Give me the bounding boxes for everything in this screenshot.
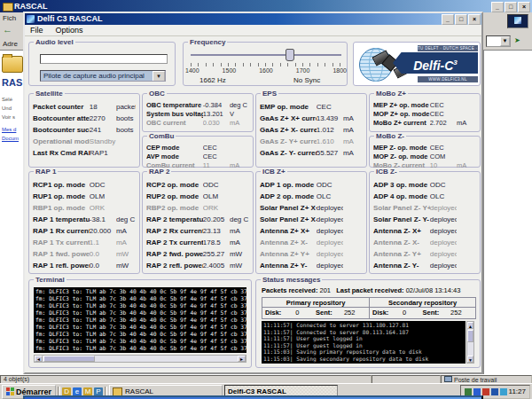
mobo1-title: MoBo Z+ (374, 90, 408, 98)
sidebar-link-mes-documents[interactable]: Mes d (2, 127, 16, 132)
close-icon[interactable]: × (518, 2, 530, 12)
terminal-hscrollbar[interactable]: ◄ ► (34, 355, 246, 363)
folder-icon (113, 387, 122, 396)
maximize-icon[interactable]: □ (455, 14, 467, 25)
status-log-vscrollbar[interactable]: ▲ ▼ (466, 321, 474, 364)
frequency-tick-labels: 14001500160017001800 (185, 67, 347, 74)
back-arrow-icon[interactable]: ← (3, 24, 12, 35)
sync-status: No Sync (293, 76, 320, 84)
address-label: Adre (3, 40, 18, 48)
terminal-output[interactable]: fm: DLFIC3 to: TLM ab 7c 3b 40 4b 40 0c … (34, 287, 246, 353)
display-icon[interactable] (473, 388, 481, 395)
telemetry-row: RUP1 op. modeOLM (29, 191, 139, 202)
telemetry-row: Antenna Z+ Y+deployed (256, 248, 366, 260)
telemetry-row: MoBo Z+ current2.702mA (370, 119, 480, 128)
telemetry-row: GaAs Z- Y- current55.527mA (256, 147, 366, 159)
maximize-icon[interactable]: □ (505, 2, 517, 12)
audio-level-group: Audio level Pilote de capture audio prin… (28, 42, 176, 86)
telemetry-row: Antenna Z+ X+deployed (256, 225, 366, 237)
mobo-zminus-panel: MoBo Z-MEP Z- op. modeCECMOP Z- op. mode… (369, 136, 481, 168)
sidebar-link-documents[interactable]: Docum (2, 136, 19, 141)
scroll-up-icon[interactable]: ▲ (467, 322, 473, 329)
sidebar-text: Voir s (2, 114, 15, 120)
icb2-title: ICB Z- (374, 168, 399, 176)
telemetry-row: Solar Panel Z+ X+deployed (256, 202, 366, 214)
mobo2-title: MoBo Z- (374, 132, 406, 140)
status-log[interactable]: 11:11:57| Connected to server 131.180.12… (262, 321, 466, 364)
app-icon (224, 395, 338, 399)
telemetry-row: ADP 3 op. modeODC (370, 179, 480, 191)
background-window-titlebar[interactable]: RASCAL _ □ × (0, 0, 532, 12)
secondary-repository: Secondary repository Disk:0 Sent:252 (369, 298, 475, 318)
telemetry-row: Solar Panel Z- Y-deployed (370, 214, 480, 225)
outlook-icon[interactable]: M (83, 387, 92, 396)
tick-label: 1700 (296, 67, 310, 74)
close-icon[interactable]: × (468, 14, 481, 25)
taskbar: Démarrer DeMP RASCALDelfi-C3 RASCAL 11:2… (0, 383, 532, 399)
sidebar-folder-name: RAS (2, 77, 22, 88)
tick-label: 1600 (259, 67, 273, 74)
menu-file[interactable]: File (25, 25, 49, 35)
scroll-down-icon[interactable]: ▼ (467, 356, 473, 363)
frequency-slider-knob[interactable] (286, 49, 294, 61)
audio-level-title: Audio level (34, 38, 75, 46)
network-icon[interactable] (482, 388, 489, 395)
quick-launch: DeMP (62, 387, 103, 396)
folder-icon (3, 3, 13, 12)
ie-icon[interactable]: e (73, 387, 82, 396)
globe-icon[interactable] (500, 388, 507, 395)
chevron-down-icon[interactable]: ▼ (500, 36, 510, 46)
terminal-group: Terminal fm: DLFIC3 to: TLM ab 7c 3b 40 … (28, 279, 252, 368)
packets-received-value: 201 (319, 286, 331, 294)
scroll-thumb[interactable] (43, 356, 95, 362)
show-desktop-icon[interactable]: D (62, 387, 71, 396)
telemetry-row: Antenna Z- Y+deployed (370, 248, 480, 260)
media-player-icon[interactable]: P (94, 387, 103, 396)
tick-label: 1400 (185, 67, 200, 74)
delfi-rascal-window: Delfi C3 RASCAL _ □ × File Options Audio… (23, 12, 483, 374)
obc-panel: OBCOBC temperature-0.384deg CSystem bus … (142, 93, 254, 132)
telemetry-row: RAP 1 temperature-38.1deg C (29, 214, 139, 225)
telemetry-row: RCP2 op. modeODC (143, 179, 253, 191)
telemetry-row: MOP Z- op. modeCOM (370, 153, 480, 161)
chevron-down-icon[interactable]: ▼ (153, 71, 165, 82)
menu-options[interactable]: Options (51, 25, 89, 35)
telemetry-row: Antenna Z+ Y-deployed (256, 260, 366, 271)
repository-table: Primary repository Disk:0 Sent:252 Secon… (262, 297, 476, 319)
scroll-thumb[interactable] (467, 330, 473, 342)
audio-device-select[interactable]: Pilote de capture audio principal ▼ (40, 70, 166, 82)
rap1-panel: RAP 1RCP1 op. modeODCRUP1 op. modeOLMRBP… (28, 171, 140, 274)
large-folder-icon (2, 56, 23, 73)
telemetry-row: RBP1 op. modeORK (29, 202, 139, 214)
windows-flag-icon (6, 387, 14, 395)
telemetry-row: OBC temperature-0.384deg C (143, 101, 253, 110)
logo-top-banner: TU DELFT · DUTCH SPACE · TNO (418, 45, 478, 51)
address-dropdown[interactable]: ▼ (486, 35, 511, 47)
frequency-slider-track[interactable] (191, 54, 341, 56)
minimize-icon[interactable]: _ (491, 2, 504, 12)
scroll-left-icon[interactable]: ◄ (35, 356, 43, 362)
app-titlebar[interactable]: Delfi C3 RASCAL _ □ × (25, 13, 481, 25)
telemetry-row: Solar Panel Z- Y+deployed (370, 202, 480, 214)
go-icon[interactable]: ➤ (514, 36, 520, 44)
tick-label: 1500 (223, 67, 237, 74)
icb-zminus-panel: ICB Z-ADP 3 op. modeODCADP 4 op. modeOLC… (369, 171, 481, 274)
telemetry-row: Last Rx Cmd RAPRAP1 (29, 147, 139, 159)
telemetry-row: RAP 2 Tx current178.5mA (143, 237, 253, 248)
telemetry-row: System bus voltage13.201V (143, 110, 253, 119)
taskbar-clock: 11:27 (509, 387, 526, 395)
sidebar-text: Sélé (2, 97, 12, 102)
volume-icon[interactable] (465, 388, 472, 395)
menu-fichier[interactable]: Fich (3, 14, 16, 22)
frequency-ticks (191, 63, 341, 66)
minimize-icon[interactable]: _ (442, 14, 454, 25)
shield-icon[interactable] (491, 388, 498, 395)
telemetry-row: MEP Z- op. modeCEC (370, 144, 480, 153)
rap2-title: RAP 2 (147, 168, 171, 176)
primary-repository: Primary repository Disk:0 Sent:252 (262, 298, 369, 318)
eps-title: EPS (261, 90, 278, 98)
telemetry-row: Antenna Z+ X-deployed (256, 237, 366, 248)
scroll-right-icon[interactable]: ► (238, 356, 246, 362)
telemetry-row: Bootcounter attempt2270boots (29, 113, 139, 124)
task-button-delfi-c3-rascal[interactable]: Delfi-C3 RASCAL (224, 385, 338, 399)
